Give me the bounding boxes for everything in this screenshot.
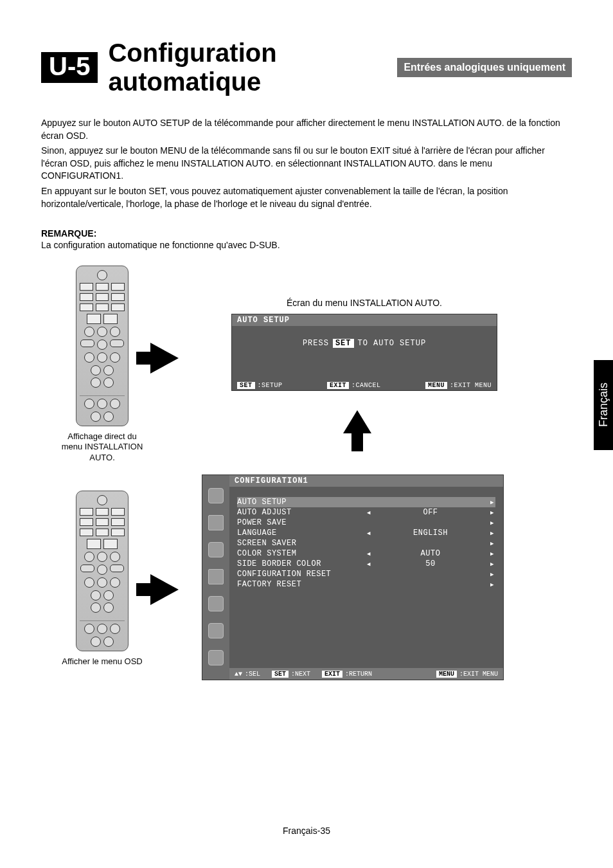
banner-note: Entrées analogiques uniquement: [397, 58, 572, 77]
conf-item-value: ENGLISH: [372, 529, 489, 538]
paragraph-3: En appuyant sur le bouton SET, vous pouv…: [41, 185, 572, 210]
conf-item-label: CONFIGURATION RESET: [237, 570, 366, 579]
conf-item-value: 50: [372, 559, 489, 568]
foot-exit-tag: EXIT: [327, 382, 349, 389]
conf-row: LANGUAGE◀ENGLISH▶: [237, 528, 495, 538]
triangle-left-icon: ◀: [366, 530, 372, 537]
conf-list: AUTO SETUP▶AUTO ADJUST◀OFF▶POWER SAVE▶LA…: [229, 487, 503, 590]
remote-body: [76, 491, 129, 651]
triangle-left-icon: ◀: [366, 550, 372, 557]
conf-item-value: OFF: [372, 508, 489, 517]
conf-row: AUTO SETUP▶: [237, 497, 495, 507]
conf-row: CONFIGURATION RESET▶: [237, 569, 495, 579]
osd-side-icon: [208, 515, 224, 530]
osd-side-icon: [208, 542, 224, 557]
page-number: Français-35: [0, 826, 613, 836]
foot-exit-tag: EXIT: [322, 671, 342, 678]
diagram-area: Affichage direct du menu INSTALLATION AU…: [41, 266, 572, 703]
conf-row: POWER SAVE▶: [237, 518, 495, 528]
foot-sel-tag: ▲▼: [235, 671, 242, 678]
foot-sel-label: :SEL: [245, 671, 260, 678]
remote-caption-top: Affichage direct du menu INSTALLATION AU…: [60, 431, 144, 463]
paragraph-1: Appuyez sur le bouton AUTO SETUP de la t…: [41, 117, 572, 142]
remote-illustration-bottom: Afficher le menu OSD: [60, 491, 144, 667]
remote-body: [76, 266, 129, 426]
conf-row: SIDE BORDER COLOR◀50▶: [237, 559, 495, 569]
osd-footer: SET :SETUP EXIT :CANCEL MENU :EXIT MENU: [232, 382, 497, 389]
triangle-right-icon: ▶: [489, 530, 495, 537]
arrow-right-icon: [150, 343, 179, 374]
osd-main: CONFIGURATION1 AUTO SETUP▶AUTO ADJUST◀OF…: [229, 475, 503, 680]
conf-item-label: POWER SAVE: [237, 518, 366, 527]
foot-set-tag: SET: [272, 671, 289, 678]
conf-item-label: FACTORY RESET: [237, 580, 366, 589]
section-id-badge: U-5: [41, 52, 98, 83]
triangle-right-icon: ▶: [489, 571, 495, 578]
triangle-left-icon: ◀: [366, 561, 372, 568]
conf-footer: ▲▼ :SEL SET :NEXT EXIT :RETURN MENU :EX: [229, 668, 503, 680]
triangle-left-icon: ◀: [366, 509, 372, 516]
triangle-right-icon: ▶: [489, 520, 495, 527]
conf-row: AUTO ADJUST◀OFF▶: [237, 507, 495, 518]
osd-side-icon: [208, 596, 224, 611]
conf-item-label: SCREEN SAVER: [237, 539, 366, 548]
osd-side-icon: [208, 650, 224, 665]
note-label: REMARQUE:: [41, 228, 572, 239]
triangle-right-icon: ▶: [489, 509, 495, 516]
osd-side-icon: [208, 488, 224, 503]
conf-item-label: AUTO SETUP: [237, 498, 366, 507]
side-language-tab: Français: [594, 360, 613, 450]
remote-power-icon: [97, 270, 107, 280]
osd-side-icon: [208, 569, 224, 584]
triangle-right-icon: ▶: [489, 540, 495, 547]
note-text: La configuration automatique ne fonction…: [41, 240, 572, 250]
prompt-press: PRESS: [303, 339, 329, 348]
prompt-set-key: SET: [333, 339, 354, 348]
conf-row: COLOR SYSTEM◀AUTO▶: [237, 548, 495, 559]
osd-auto-setup-screen: AUTO SETUP PRESS SET TO AUTO SETUP SET :…: [231, 314, 497, 391]
foot-menu-tag: MENU: [425, 382, 447, 389]
conf-item-value: AUTO: [372, 549, 489, 558]
side-tab-label: Français: [597, 383, 610, 427]
osd-auto-caption: Écran du menu INSTALLATION AUTO.: [231, 298, 497, 308]
osd-configuration1-screen: CONFIGURATION1 AUTO SETUP▶AUTO ADJUST◀OF…: [202, 475, 504, 680]
triangle-right-icon: ▶: [489, 550, 495, 557]
conf-item-label: SIDE BORDER COLOR: [237, 559, 366, 568]
osd-body: PRESS SET TO AUTO SETUP: [232, 326, 497, 348]
prompt-post: TO AUTO SETUP: [358, 339, 427, 348]
remote-power-icon: [97, 495, 107, 505]
foot-set-tag: SET: [237, 382, 255, 389]
foot-exit-label: :CANCEL: [351, 382, 381, 389]
remote-illustration-top: Affichage direct du menu INSTALLATION AU…: [60, 266, 144, 463]
conf-row: FACTORY RESET▶: [237, 579, 495, 590]
foot-set-label: :NEXT: [291, 671, 310, 678]
paragraph-2: Sinon, appuyez sur le bouton MENU de la …: [41, 145, 572, 183]
body-text: Appuyez sur le bouton AUTO SETUP de la t…: [41, 117, 572, 210]
foot-menu-label: :EXIT MENU: [459, 671, 498, 678]
triangle-right-icon: ▶: [489, 581, 495, 588]
remote-caption-bottom: Afficher le menu OSD: [60, 656, 144, 667]
heading-row: U-5 Configuration automatique Entrées an…: [41, 39, 572, 96]
osd-sidebar: [202, 475, 229, 680]
conf-row: SCREEN SAVER▶: [237, 538, 495, 548]
conf-title: CONFIGURATION1: [229, 475, 503, 487]
page: U-5 Configuration automatique Entrées an…: [0, 0, 613, 868]
foot-exit-label: :RETURN: [345, 671, 372, 678]
conf-item-label: AUTO ADJUST: [237, 508, 366, 517]
osd-side-icon: [208, 623, 224, 638]
arrow-up-icon: [343, 410, 371, 433]
osd-titlebar: AUTO SETUP: [232, 314, 497, 326]
foot-menu-label: :EXIT MENU: [450, 382, 492, 389]
conf-item-label: LANGUAGE: [237, 529, 366, 538]
foot-set-label: :SETUP: [258, 382, 283, 389]
triangle-right-icon: ▶: [489, 499, 495, 506]
foot-menu-tag: MENU: [436, 671, 457, 678]
arrow-right-icon: [150, 574, 179, 605]
conf-item-label: COLOR SYSTEM: [237, 549, 366, 558]
triangle-right-icon: ▶: [489, 561, 495, 568]
section-title: Configuration automatique: [108, 39, 387, 96]
